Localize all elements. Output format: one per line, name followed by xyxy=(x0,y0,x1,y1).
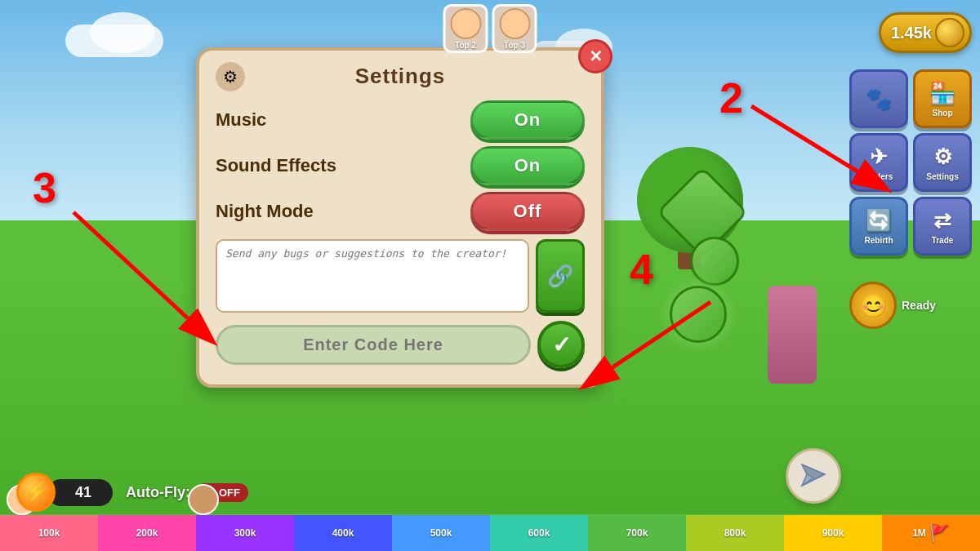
night-mode-row: Night Mode Off xyxy=(216,192,585,231)
close-button[interactable]: ✕ xyxy=(578,39,612,73)
player-label-3: Top 3 xyxy=(504,41,525,50)
sound-effects-label: Sound Effects xyxy=(216,155,336,176)
checkmark-icon: ✓ xyxy=(552,331,571,358)
cloud-2 xyxy=(90,12,155,53)
gliders-button[interactable]: ✈ Gliders xyxy=(849,133,908,192)
glider-launch-button[interactable] xyxy=(786,448,841,504)
paper-plane-icon xyxy=(800,463,826,489)
progress-segment-8: 900k xyxy=(784,515,882,551)
auto-fly-label: Auto-Fly: xyxy=(126,484,190,501)
deco-circle-1 xyxy=(690,237,739,286)
sound-effects-row: Sound Effects On xyxy=(216,146,585,185)
top-right-buttons: 🐾 🏪 Shop ✈ Gliders ⚙ Settings 🔄 Rebirth … xyxy=(849,69,972,256)
enter-code-row: ✓ xyxy=(216,321,585,368)
music-toggle[interactable]: On xyxy=(470,100,585,140)
player-avatar-2: Top 2 xyxy=(443,4,488,53)
auto-fly-container: Auto-Fly: OFF xyxy=(126,483,248,502)
trade-label: Trade xyxy=(932,236,954,245)
coin-amount: 1.45k xyxy=(891,24,932,42)
xp-value: 41 xyxy=(47,479,113,506)
progress-segment-5: 600k xyxy=(490,515,588,551)
coin-icon xyxy=(935,18,964,47)
player-avatar-3: Top 3 xyxy=(492,4,537,53)
submit-button[interactable]: ✓ xyxy=(537,321,585,368)
trade-button[interactable]: ⇄ Trade xyxy=(913,197,972,256)
xp-container: ⚡ 41 xyxy=(16,473,113,512)
music-row: Music On xyxy=(216,100,585,140)
pets-button[interactable]: 🐾 xyxy=(849,69,908,128)
top-players: Top 2 Top 3 xyxy=(443,4,537,53)
rebirth-button[interactable]: 🔄 Rebirth xyxy=(849,197,908,256)
link-button[interactable]: 🔗 xyxy=(536,239,585,313)
auto-fly-state: OFF xyxy=(219,487,240,499)
progress-segment-3: 400k xyxy=(294,515,392,551)
night-mode-toggle[interactable]: Off xyxy=(470,192,585,231)
coin-display: 1.45k xyxy=(879,12,972,53)
ready-label: Ready xyxy=(902,299,936,312)
link-icon: 🔗 xyxy=(547,264,573,289)
settings-panel: ⚙ Settings ✕ Music On Sound Effects On N… xyxy=(196,47,604,388)
deco-pillar xyxy=(768,286,817,384)
progress-segment-9: 1M🚩 xyxy=(882,515,980,551)
music-label: Music xyxy=(216,109,266,131)
settings-title: Settings xyxy=(355,64,446,89)
progress-bar: 100k200k300k400k500k600k700k800k900k1M🚩 xyxy=(0,515,980,551)
bottom-avatar-2 xyxy=(188,484,219,515)
night-mode-label: Night Mode xyxy=(216,201,314,222)
gliders-label: Gliders xyxy=(865,172,893,181)
settings-button[interactable]: ⚙ Settings xyxy=(913,133,972,192)
code-input[interactable] xyxy=(216,325,531,365)
shop-label: Shop xyxy=(933,109,953,118)
code-area: 🔗 xyxy=(216,239,585,313)
ready-row: 😊 Ready xyxy=(849,282,972,329)
progress-segment-2: 300k xyxy=(196,515,294,551)
feedback-textarea[interactable] xyxy=(216,239,529,313)
progress-segment-4: 500k xyxy=(392,515,490,551)
settings-gear-icon: ⚙ xyxy=(216,62,245,91)
shop-icon: 🏪 xyxy=(929,81,956,106)
avatar-face-2 xyxy=(450,8,481,39)
glider-icon: ✈ xyxy=(870,144,888,170)
ready-icon[interactable]: 😊 xyxy=(849,282,897,329)
player-label-2: Top 2 xyxy=(455,41,476,50)
xp-icon: ⚡ xyxy=(16,473,56,512)
rebirth-label: Rebirth xyxy=(865,236,893,245)
rebirth-icon: 🔄 xyxy=(866,208,892,233)
settings-label: Settings xyxy=(926,172,958,181)
shop-button[interactable]: 🏪 Shop xyxy=(913,69,972,128)
paw-icon: 🐾 xyxy=(866,87,892,112)
settings-header: ⚙ Settings ✕ xyxy=(216,64,585,89)
settings-icon: ⚙ xyxy=(933,144,952,170)
sound-effects-toggle[interactable]: On xyxy=(470,146,585,185)
trade-icon: ⇄ xyxy=(933,208,951,233)
progress-segment-1: 200k xyxy=(98,515,196,551)
progress-segment-0: 100k xyxy=(0,515,98,551)
progress-segment-6: 700k xyxy=(588,515,686,551)
deco-circle-2 xyxy=(670,286,727,343)
avatar-face-3 xyxy=(499,8,530,39)
progress-segment-7: 800k xyxy=(686,515,784,551)
ready-container: 😊 Ready xyxy=(849,282,972,329)
